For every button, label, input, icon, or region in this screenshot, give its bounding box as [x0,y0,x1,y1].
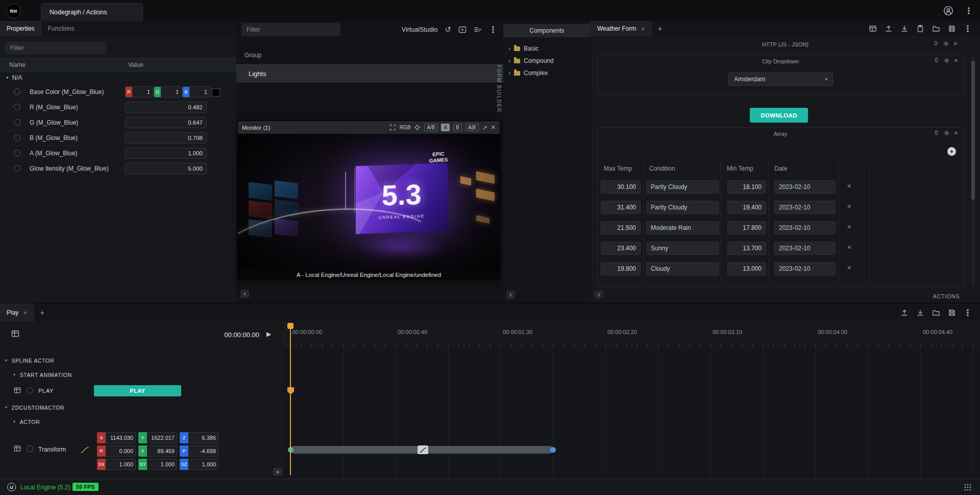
ab-compare-button[interactable]: A/B [424,124,437,131]
min-temp-input[interactable]: 13.700 [727,242,766,255]
min-temp-input[interactable]: 17.800 [727,221,766,234]
property-value-input[interactable]: 1.000 [125,148,207,159]
track-group-zdcustomactor[interactable]: ▾ ZDCUSTOMACTOR [0,400,284,414]
close-tab-icon[interactable]: ✕ [23,310,27,316]
gear-icon[interactable] [943,41,949,46]
save-icon[interactable] [948,309,956,317]
transform-field[interactable]: Y1622.017 [138,432,177,443]
folder-open-icon[interactable] [932,309,940,317]
transform-field[interactable]: SY1.000 [138,459,177,470]
upload-icon[interactable] [885,25,893,33]
form-builder-tab[interactable]: FORM BUILDER [495,62,503,116]
date-input[interactable]: 2023-02-10 [774,242,836,255]
color-swatch[interactable] [212,88,220,97]
timeline-area[interactable] [284,347,980,479]
channel-a-button[interactable]: A [441,124,450,131]
gear-icon[interactable] [944,130,949,136]
condition-input[interactable]: Cloudy [646,262,719,275]
transform-field[interactable]: SZ1.000 [180,459,218,470]
save-icon[interactable] [948,25,956,33]
preview-play-icon[interactable] [458,26,467,34]
clipboard-icon[interactable] [916,25,924,33]
close-tab-icon[interactable]: ✕ [641,26,645,32]
condition-input[interactable]: Sunny [646,242,719,255]
track-group-spline-actor[interactable]: ▾ SPLINE ACTOR [0,353,284,367]
track-actor[interactable]: ▾ ACTOR [0,415,284,429]
upload-icon[interactable] [900,309,909,317]
monitor-close-icon[interactable]: ✕ [491,124,496,131]
condition-input[interactable]: Moderate Rain [646,221,719,234]
min-temp-input[interactable]: 19.400 [727,201,766,214]
property-value-input[interactable]: 0.708 [125,132,207,144]
delete-row-icon[interactable]: ✕ [847,265,851,271]
delete-row-icon[interactable]: ✕ [847,244,851,251]
form-scroll-left-button[interactable]: ‹ [595,291,603,299]
section-close-icon[interactable]: ✕ [953,41,958,46]
history-icon[interactable]: ↺ [445,25,451,34]
transform-field[interactable]: Z6.386 [180,432,218,443]
section-close-icon[interactable]: ✕ [954,130,958,136]
max-temp-input[interactable]: 30.100 [601,180,641,194]
playhead-handle[interactable] [287,323,293,329]
property-radio[interactable] [14,165,20,172]
max-temp-input[interactable]: 21.500 [601,221,641,234]
app-grid-icon[interactable] [964,483,972,491]
graph-scroll-left-button[interactable]: ‹ [240,290,249,298]
topbar-menu-icon[interactable] [965,7,973,15]
tab-properties[interactable]: Properties [0,21,41,36]
play-icon[interactable]: ▶ [266,331,271,338]
tab-nodegraph-actions[interactable]: Nodegraph / Actions [41,3,143,21]
table-view-icon[interactable] [869,25,877,33]
pin-icon[interactable] [934,58,939,63]
track-row-play[interactable]: PLAY PLAY [0,383,284,398]
property-radio[interactable] [14,134,20,141]
form-menu-icon[interactable] [964,25,972,33]
min-temp-input[interactable]: 13.000 [727,262,766,275]
sequencer-menu-icon[interactable] [964,309,972,317]
pin-icon[interactable] [933,41,939,46]
section-close-icon[interactable]: ✕ [954,58,958,63]
tab-functions[interactable]: Functions [41,21,81,36]
delete-row-icon[interactable]: ✕ [847,183,851,190]
property-radio[interactable] [14,88,20,95]
user-avatar-icon[interactable] [943,6,953,16]
components-item-complex[interactable]: › Complex [503,67,591,79]
delete-row-icon[interactable]: ✕ [847,203,851,210]
popout-icon[interactable]: ↗ [482,124,487,131]
play-action-button[interactable]: PLAY [94,385,181,396]
rgb-channel-button[interactable]: RGB [400,125,411,130]
condition-input[interactable]: Partly Cloudy [646,201,719,214]
monitor-video[interactable]: 5.3 UNREAL ENGINE EPIC GAMES A - Local E… [238,134,500,279]
add-sequence-tab-button[interactable]: + [34,303,51,322]
max-temp-input[interactable]: 19.800 [601,262,641,275]
keyframe-curve-icon[interactable] [418,445,428,454]
property-radio[interactable] [14,119,20,126]
panel-toggle-icon[interactable]: P [474,26,482,34]
color-b-field[interactable]: B 1 [182,86,210,98]
playhead-line[interactable] [290,323,291,475]
track-radio[interactable] [27,445,33,452]
tab-weather-form[interactable]: Weather Form ✕ [591,21,652,36]
property-value-input[interactable]: 0.482 [125,102,207,113]
transform-field[interactable]: SX1.000 [97,459,136,470]
node-lights[interactable]: Lights [236,64,503,83]
keyframe-dot-end[interactable] [550,447,556,453]
form-scrollbar[interactable] [971,57,975,286]
graph-menu-icon[interactable] [489,26,497,34]
sequencer-ruler-band[interactable]: 00:00:00.00 ▶ 00:00:00.00 00:00:00.40 00… [0,322,980,348]
date-input[interactable]: 2023-02-10 [774,201,836,214]
add-tab-button[interactable]: + [652,21,668,36]
target-icon[interactable] [414,124,421,131]
transform-field[interactable]: P-4.699 [180,445,218,457]
city-dropdown[interactable]: Amsterdam ▾ [728,73,833,86]
folder-open-icon[interactable] [932,25,940,33]
tab-play[interactable]: Play ✕ [0,303,34,322]
track-start-animation[interactable]: ▾ START ANIMATION [0,368,284,382]
components-scroll-left-button[interactable]: ‹ [506,291,515,299]
form-scrollbar-thumb[interactable] [971,61,975,200]
collapse-tree-button[interactable]: « [273,468,282,476]
delete-row-icon[interactable]: ✕ [847,224,851,230]
sequencer-board-icon[interactable] [11,329,19,338]
transform-field[interactable]: Y89.459 [138,445,177,457]
condition-input[interactable]: Partly Cloudy [646,180,719,194]
